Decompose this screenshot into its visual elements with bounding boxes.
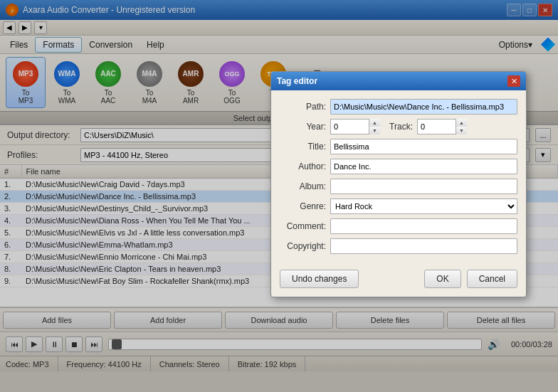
transport-bar: ⏮ ▶ ⏸ ⏹ ⏭ 🔊 00:00/03:28 (0, 332, 558, 356)
album-label: Album: (280, 181, 326, 191)
tool-amr[interactable]: AMR ToAMR (171, 57, 211, 108)
profiles-browse-button[interactable]: ▾ (535, 148, 551, 162)
app-icon: ♪ (6, 4, 19, 16)
progress-slider[interactable] (112, 339, 122, 349)
dropdown-button[interactable]: ▾ (34, 21, 47, 34)
m4a-icon: M4A (137, 61, 162, 87)
title-input[interactable] (330, 139, 517, 154)
row-num: 8. (0, 263, 21, 275)
row-num: 4. (0, 215, 21, 227)
title-bar-left: ♪ Axara Audio Converter - Unregistered v… (6, 4, 195, 16)
prev-button[interactable]: ⏮ (6, 337, 23, 352)
next-button[interactable]: ⏭ (85, 337, 102, 352)
copyright-input[interactable] (330, 238, 517, 254)
row-num: 5. (0, 227, 21, 239)
tool-ogg[interactable]: OGG ToOGG (212, 57, 252, 108)
add-files-button[interactable]: Add files (3, 312, 111, 329)
tool-mp3[interactable]: MP3 ToMP3 (6, 57, 46, 108)
year-up-button[interactable]: ▲ (369, 119, 380, 127)
row-num: 1. (0, 179, 21, 191)
path-input[interactable] (330, 99, 517, 115)
output-dir-label: Output directory: (7, 130, 75, 140)
year-spinners: ▲ ▼ (369, 119, 380, 134)
time-display: 00:00/03:28 (502, 340, 552, 349)
comment-label: Comment: (280, 221, 326, 231)
author-row: Author: (280, 159, 517, 174)
year-label: Year: (280, 122, 326, 132)
play-button[interactable]: ▶ (26, 337, 43, 352)
frequency-status: Frequency: 44100 Hz (58, 356, 151, 371)
delete-all-button[interactable]: Delete all files (447, 312, 555, 329)
track-spinners: ▲ ▼ (456, 119, 467, 134)
cancel-button[interactable]: Cancel (467, 270, 517, 288)
progress-bar[interactable] (108, 339, 482, 350)
comment-row: Comment: (280, 218, 517, 234)
copyright-label: Copyright: (280, 241, 326, 251)
genre-row: Genre: Hard RockPopRockJazzClassicalElec… (280, 198, 517, 214)
row-num: 2. (0, 191, 21, 203)
track-up-button[interactable]: ▲ (456, 119, 467, 127)
tag-editor-title-bar: Tag editor ✕ (271, 72, 526, 90)
pause-button[interactable]: ⏸ (46, 337, 63, 352)
undo-changes-button[interactable]: Undo changes (280, 270, 359, 288)
tag-editor-title: Tag editor (277, 76, 317, 86)
path-label: Path: (280, 102, 326, 112)
menu-help[interactable]: Help (140, 38, 172, 52)
bitrate-status: Bitrate: 192 kbps (229, 356, 306, 371)
download-audio-button[interactable]: Download audio (225, 312, 333, 329)
tag-editor-dialog: Tag editor ✕ Path: Year: ▲ ▼ Track: (270, 71, 527, 297)
output-browse-button[interactable]: ... (535, 128, 551, 142)
ogg-label: ToOGG (223, 89, 240, 105)
album-row: Album: (280, 179, 517, 194)
codec-status: Codec: MP3 (6, 356, 58, 371)
tool-aac[interactable]: AAC ToAAC (88, 57, 128, 108)
tag-editor-close-button[interactable]: ✕ (507, 75, 520, 87)
m4a-label: ToM4A (142, 89, 157, 105)
wma-label: ToWMA (58, 89, 75, 105)
gem-icon (541, 38, 555, 52)
author-label: Author: (280, 161, 326, 171)
wma-icon: WMA (54, 61, 80, 87)
row-num: 9. (0, 275, 21, 287)
tool-m4a[interactable]: M4A ToM4A (130, 57, 169, 108)
year-track-row: Year: ▲ ▼ Track: ▲ ▼ (280, 119, 517, 134)
track-label: Track: (384, 122, 413, 132)
genre-select[interactable]: Hard RockPopRockJazzClassicalElectronic (330, 198, 517, 214)
maximize-button[interactable]: □ (522, 4, 537, 16)
comment-input[interactable] (330, 218, 517, 234)
menu-bar: Files Formats Conversion Help Options▾ (0, 36, 558, 54)
tool-wma[interactable]: WMA ToWMA (47, 57, 87, 108)
year-down-button[interactable]: ▼ (369, 127, 380, 134)
menu-files[interactable]: Files (3, 38, 35, 52)
forward-button[interactable]: ▶ (19, 21, 31, 34)
profiles-label: Profiles: (7, 150, 75, 160)
amr-icon: AMR (178, 61, 204, 87)
app-title: Axara Audio Converter - Unregistered ver… (23, 5, 195, 15)
mp3-icon: MP3 (13, 61, 38, 87)
menu-formats[interactable]: Formats (35, 37, 82, 53)
album-input[interactable] (330, 179, 517, 194)
delete-files-button[interactable]: Delete files (336, 312, 444, 329)
track-down-button[interactable]: ▼ (456, 127, 467, 134)
mp3-label: ToMP3 (19, 89, 33, 105)
menu-conversion[interactable]: Conversion (82, 38, 140, 52)
aac-icon: AAC (95, 61, 121, 87)
tag-editor-footer: Undo changes OK Cancel (271, 267, 526, 297)
minimize-button[interactable]: ─ (507, 4, 521, 16)
author-input[interactable] (330, 159, 517, 174)
genre-label: Genre: (280, 201, 326, 211)
ok-button[interactable]: OK (424, 270, 460, 288)
back-button[interactable]: ◀ (3, 21, 16, 34)
title-bar: ♪ Axara Audio Converter - Unregistered v… (0, 0, 558, 20)
row-num: 3. (0, 203, 21, 215)
volume-icon[interactable]: 🔊 (488, 339, 500, 350)
options-button[interactable]: Options▾ (493, 38, 538, 51)
stop-button[interactable]: ⏹ (65, 337, 83, 352)
quick-access-bar: ◀ ▶ ▾ (0, 20, 558, 36)
col-num: # (0, 165, 21, 179)
channels-status: Channels: Stereo (151, 356, 229, 371)
menu-right: Options▾ (493, 38, 555, 52)
row-num: 7. (0, 251, 21, 263)
close-button[interactable]: ✕ (538, 4, 552, 16)
add-folder-button[interactable]: Add folder (114, 312, 222, 329)
